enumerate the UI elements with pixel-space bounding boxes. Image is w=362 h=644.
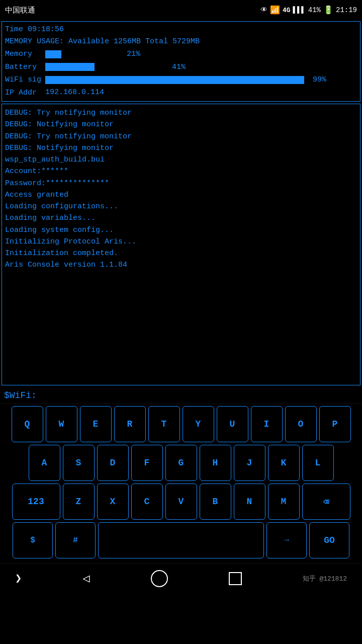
battery-row: Battery 41% [5, 61, 357, 74]
terminal-output: DEBUG: Try notifying monitorDEBUG: Notif… [2, 104, 360, 385]
status-icons: 👁 📶 4G ▌▌▌ 41% 🔋 21:19 [260, 5, 357, 15]
terminal-line: DEBUG: Notifying monitor [5, 142, 357, 154]
ip-label: IP Addr [5, 87, 41, 100]
network-type: 4G [283, 7, 291, 14]
terminal-line: Account:****** [5, 166, 357, 177]
r-key[interactable]: R [114, 406, 146, 442]
memory-row: Memory 21% [5, 48, 357, 61]
j-key[interactable]: J [234, 445, 265, 481]
battery-icon: 🔋 [323, 5, 333, 15]
battery-pct-label: 41% [172, 61, 186, 74]
w-key[interactable]: W [46, 406, 77, 442]
recents-icon[interactable] [229, 572, 242, 585]
terminal-line: wsp_stp_auth_build.bui [5, 154, 357, 166]
terminal-line: DEBUG: Try notifying monitor [5, 131, 357, 142]
keyboard: QWERTYUIOP ASDFGHJKL 123ZXCVBNM⌫ $ # → G… [0, 404, 362, 563]
info-panel: Time 09:18:56 MEMORY USAGE: Available 12… [2, 21, 360, 102]
battery-bar-fill [45, 63, 95, 71]
terminal-line: Aris Console version 1.1.84 [5, 259, 357, 271]
wifi-icon: 📶 [270, 5, 280, 15]
status-bar: 中国联通 👁 📶 4G ▌▌▌ 41% 🔋 21:19 [0, 0, 362, 20]
ip-value: 192.168.0.114 [45, 87, 104, 99]
terminal-line: Loading variables... [5, 212, 357, 224]
q-key[interactable]: Q [12, 406, 43, 442]
keyboard-row-1: QWERTYUIOP [1, 406, 361, 442]
terminal-line: Access granted [5, 189, 357, 201]
y-key[interactable]: Y [183, 406, 214, 442]
hash-key[interactable]: # [55, 522, 96, 558]
a-key[interactable]: A [29, 445, 60, 481]
f-key[interactable]: F [131, 445, 163, 481]
d-key[interactable]: D [97, 445, 129, 481]
l-key[interactable]: L [302, 445, 334, 481]
dollar-key[interactable]: $ [13, 522, 53, 558]
terminal-line: Initialization completed. [5, 248, 357, 259]
ip-row: IP Addr 192.168.0.114 [5, 87, 357, 100]
keyboard-row-2: ASDFGHJKL [1, 445, 361, 481]
u-key[interactable]: U [217, 406, 248, 442]
carrier-label: 中国联通 [5, 6, 35, 15]
c-key[interactable]: C [131, 484, 163, 520]
memory-bar-bg [45, 50, 121, 58]
terminal-line: DEBUG: Try notifying monitor [5, 107, 357, 119]
wifi-bar-bg [45, 76, 307, 84]
terminal-line: Loading configurations... [5, 201, 357, 212]
wifi-row: WiFi sig 99% [5, 73, 357, 87]
v-key[interactable]: V [165, 484, 197, 520]
123-key[interactable]: 123 [12, 484, 60, 520]
terminal-line: Loading system config... [5, 224, 357, 236]
nav-bar: ❯ ◁ 知乎 @121812 [0, 563, 362, 593]
terminal-line: DEBUG: Notifying monitor [5, 119, 357, 130]
z-key[interactable]: Z [63, 484, 95, 520]
p-key[interactable]: P [319, 406, 351, 442]
memory-usage-line: MEMORY USAGE: Available 1256MB Total 572… [5, 36, 357, 48]
terminal-line: Password:************** [5, 178, 357, 189]
battery-pct: 41% [308, 6, 321, 14]
n-key[interactable]: N [234, 484, 265, 520]
s-key[interactable]: S [63, 445, 95, 481]
arrow-key[interactable]: → [266, 522, 307, 558]
i-key[interactable]: I [251, 406, 283, 442]
battery-label: Battery [5, 61, 41, 74]
keyboard-row-3: 123ZXCVBNM⌫ [1, 484, 361, 520]
wifi-pct-label: 99% [313, 73, 326, 87]
signal-icon: ▌▌▌ [293, 6, 306, 14]
m-key[interactable]: M [268, 484, 300, 520]
input-line[interactable]: $WiFi: [0, 387, 362, 404]
x-key[interactable]: X [97, 484, 129, 520]
b-key[interactable]: B [200, 484, 231, 520]
o-key[interactable]: O [285, 406, 317, 442]
k-key[interactable]: K [268, 445, 300, 481]
keyboard-row-4: $ # → GO [1, 522, 361, 558]
backspace-key[interactable]: ⌫ [302, 484, 350, 520]
t-key[interactable]: T [148, 406, 180, 442]
battery-bar-bg [45, 63, 166, 71]
memory-pct: 21% [127, 48, 140, 61]
zhihu-credit: 知乎 @121812 [303, 574, 347, 583]
clock: 21:19 [336, 6, 357, 14]
chevron-down-icon[interactable]: ❯ [15, 572, 22, 585]
back-icon[interactable]: ◁ [82, 571, 89, 586]
h-key[interactable]: H [200, 445, 231, 481]
g-key[interactable]: G [165, 445, 197, 481]
eye-icon: 👁 [260, 6, 267, 14]
e-key[interactable]: E [80, 406, 112, 442]
memory-label: Memory [5, 48, 41, 61]
wifi-bar-fill [45, 76, 304, 84]
home-icon[interactable] [151, 570, 168, 587]
space-key[interactable] [98, 522, 264, 558]
memory-bar-fill [45, 50, 61, 58]
wifi-label: WiFi sig [5, 73, 41, 87]
go-key[interactable]: GO [309, 522, 349, 558]
terminal-line: Initializing Protocol Aris... [5, 236, 357, 248]
time-line: Time 09:18:56 [5, 24, 357, 36]
